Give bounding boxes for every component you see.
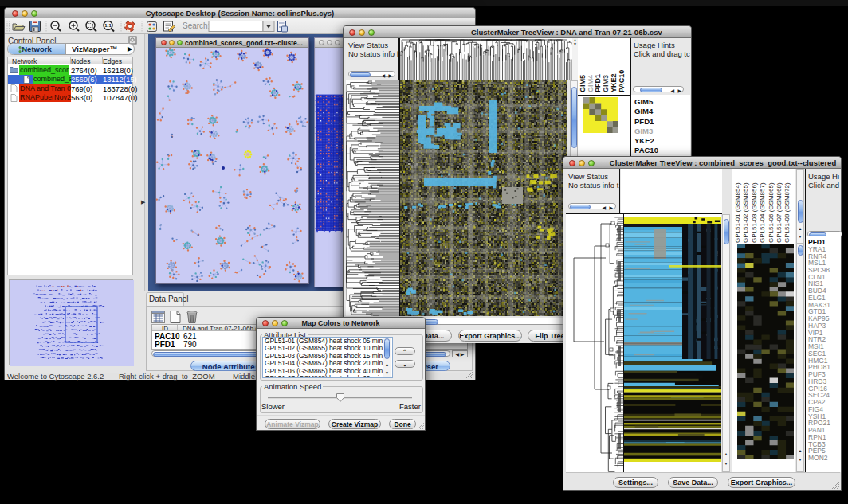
- svg-text:GIM3: GIM3: [602, 75, 610, 92]
- svg-text:YKE2: YKE2: [610, 73, 618, 92]
- svg-text:GPL51-04 (GSM857): GPL51-04 (GSM857): [759, 182, 766, 243]
- svg-text:PFD1: PFD1: [594, 74, 602, 92]
- svg-text:GIM5: GIM5: [579, 75, 587, 92]
- svg-text:1:1: 1:1: [104, 23, 112, 28]
- svg-text:PAC10: PAC10: [618, 70, 626, 92]
- svg-text:Search:: Search:: [183, 21, 210, 30]
- svg-text:GPL51-03 (GSM856): GPL51-03 (GSM856): [751, 182, 758, 243]
- svg-text:GPL51-08 (GSM872): GPL51-08 (GSM872): [783, 182, 791, 243]
- svg-text:GPL51-02 (GSM855): GPL51-02 (GSM855): [742, 182, 749, 243]
- svg-text:GPL51-06 (GSM865): GPL51-06 (GSM865): [768, 182, 775, 243]
- svg-text:GIM4: GIM4: [587, 75, 595, 92]
- svg-text:GPL51-01 (GSM854): GPL51-01 (GSM854): [734, 182, 741, 243]
- svg-text:GPL51-07 (GSM868): GPL51-07 (GSM868): [775, 182, 783, 243]
